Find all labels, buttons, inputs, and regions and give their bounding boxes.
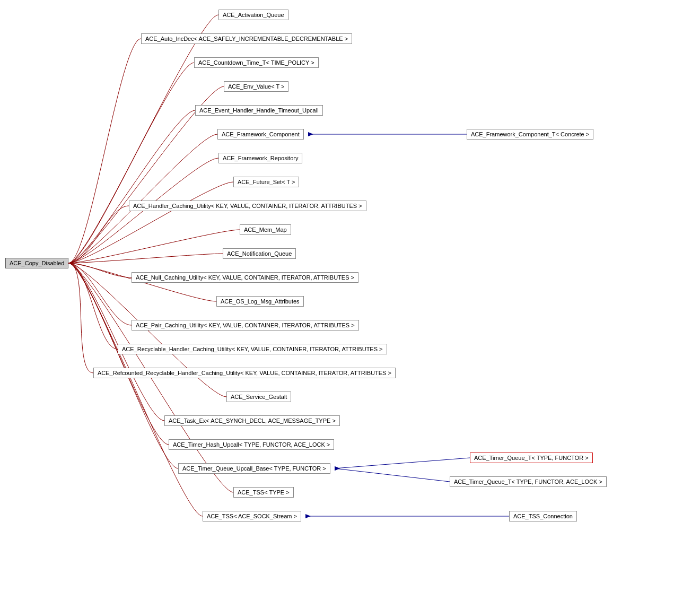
node-ace_task_ex[interactable]: ACE_Task_Ex< ACE_SYNCH_DECL, ACE_MESSAGE… — [164, 415, 340, 426]
node-ace_null_caching[interactable]: ACE_Null_Caching_Utility< KEY, VALUE, CO… — [132, 272, 358, 283]
node-ace_framework_repository[interactable]: ACE_Framework_Repository — [218, 153, 302, 163]
node-ace_tss_connection[interactable]: ACE_TSS_Connection — [509, 511, 577, 521]
node-ace_countdown_time[interactable]: ACE_Countdown_Time_T< TIME_POLICY > — [194, 57, 319, 68]
node-ace_os_log_msg[interactable]: ACE_OS_Log_Msg_Attributes — [216, 296, 304, 307]
node-ace_notification_queue[interactable]: ACE_Notification_Queue — [223, 248, 296, 259]
svg-marker-1 — [308, 132, 313, 136]
node-ace_mem_map[interactable]: ACE_Mem_Map — [240, 224, 291, 235]
node-ace_handler_caching[interactable]: ACE_Handler_Caching_Utility< KEY, VALUE,… — [129, 201, 366, 211]
node-ace_recyclable_handler[interactable]: ACE_Recyclable_Handler_Caching_Utility< … — [118, 344, 387, 354]
node-ace_framework_component[interactable]: ACE_Framework_Component — [217, 129, 304, 140]
node-ace_event_handler[interactable]: ACE_Event_Handler_Handle_Timeout_Upcall — [195, 105, 323, 116]
svg-line-2 — [335, 458, 470, 468]
svg-marker-5 — [335, 466, 340, 471]
svg-marker-3 — [335, 466, 340, 471]
node-ace_timer_queue_t[interactable]: ACE_Timer_Queue_T< TYPE, FUNCTOR > — [470, 453, 593, 463]
node-ace_copy_disabled[interactable]: ACE_Copy_Disabled — [5, 258, 68, 268]
node-ace_pair_caching[interactable]: ACE_Pair_Caching_Utility< KEY, VALUE, CO… — [132, 320, 359, 331]
node-ace_auto_incdec[interactable]: ACE_Auto_IncDec< ACE_SAFELY_INCREMENTABL… — [141, 33, 352, 44]
node-ace_service_gestalt[interactable]: ACE_Service_Gestalt — [226, 392, 291, 402]
node-ace_timer_hash_upcall[interactable]: ACE_Timer_Hash_Upcall< TYPE, FUNCTOR, AC… — [169, 439, 334, 450]
node-ace_timer_queue_upcall_base[interactable]: ACE_Timer_Queue_Upcall_Base< TYPE, FUNCT… — [178, 463, 330, 474]
node-ace_env_value[interactable]: ACE_Env_Value< T > — [224, 81, 288, 92]
node-ace_tss_sock[interactable]: ACE_TSS< ACE_SOCK_Stream > — [203, 511, 301, 521]
diagram-container: ACE_Copy_DisabledACE_Activation_QueueACE… — [0, 0, 700, 600]
node-ace_future_set[interactable]: ACE_Future_Set< T > — [233, 177, 299, 187]
connections-svg — [0, 0, 700, 600]
node-ace_tss[interactable]: ACE_TSS< TYPE > — [233, 487, 294, 498]
node-ace_refcounted_recyclable[interactable]: ACE_Refcounted_Recyclable_Handler_Cachin… — [93, 368, 396, 378]
node-ace_activation_queue[interactable]: ACE_Activation_Queue — [218, 10, 288, 20]
node-ace_framework_component_t[interactable]: ACE_Framework_Component_T< Concrete > — [467, 129, 593, 140]
svg-line-4 — [335, 468, 450, 482]
svg-marker-7 — [305, 514, 311, 518]
node-ace_timer_queue_t_lock[interactable]: ACE_Timer_Queue_T< TYPE, FUNCTOR, ACE_LO… — [450, 476, 607, 487]
